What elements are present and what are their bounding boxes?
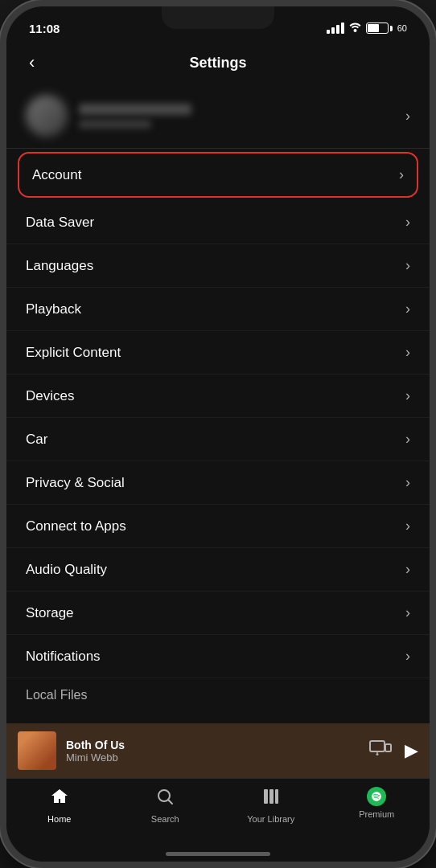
- menu-item-connect-to-apps[interactable]: Connect to Apps›: [6, 505, 430, 548]
- menu-label-notifications: Notifications: [26, 649, 101, 665]
- now-playing-info: Both Of Us Mimi Webb: [66, 739, 369, 764]
- menu-item-car[interactable]: Car›: [6, 418, 430, 461]
- svg-rect-7: [264, 789, 268, 804]
- svg-rect-1: [370, 741, 385, 751]
- page-title: Settings: [189, 55, 246, 72]
- menu-item-data-saver[interactable]: Data Saver›: [6, 201, 430, 244]
- tab-bar: Home Search: [6, 778, 430, 845]
- chevron-icon-data-saver: ›: [405, 214, 410, 231]
- settings-content[interactable]: › Account›Data Saver›Languages›Playback›…: [6, 84, 430, 723]
- battery-icon: [366, 23, 393, 34]
- menu-label-storage: Storage: [26, 605, 74, 621]
- svg-point-0: [353, 29, 356, 32]
- menu-item-devices[interactable]: Devices›: [6, 375, 430, 418]
- svg-rect-9: [275, 789, 278, 804]
- tab-home[interactable]: Home: [6, 787, 113, 824]
- menu-label-explicit-content: Explicit Content: [26, 345, 121, 361]
- profile-row[interactable]: ›: [6, 84, 430, 149]
- profile-subtitle-blurred: [79, 120, 151, 129]
- menu-label-car: Car: [26, 432, 47, 448]
- menu-label-privacy-social: Privacy & Social: [26, 475, 125, 491]
- profile-name-blurred: [79, 104, 191, 115]
- now-playing-controls: ▶: [369, 740, 418, 761]
- home-bar: [166, 852, 270, 856]
- chevron-icon-storage: ›: [405, 604, 410, 621]
- phone-frame: 11:08 60: [0, 0, 436, 868]
- battery-level: 60: [397, 23, 407, 33]
- status-icons: 60: [327, 22, 407, 35]
- play-button[interactable]: ▶: [405, 740, 418, 761]
- menu-item-languages[interactable]: Languages›: [6, 244, 430, 288]
- tab-premium[interactable]: Premium: [324, 787, 430, 819]
- local-files-label: Local Files: [26, 688, 87, 702]
- profile-chevron-icon: ›: [405, 108, 410, 125]
- tab-premium-label: Premium: [359, 809, 394, 819]
- now-playing-artist: Mimi Webb: [66, 751, 369, 764]
- svg-rect-8: [269, 789, 274, 804]
- svg-line-6: [169, 800, 173, 805]
- home-icon: [50, 787, 69, 811]
- menu-item-notifications[interactable]: Notifications›: [6, 635, 430, 678]
- tab-search[interactable]: Search: [113, 787, 219, 824]
- local-files-row[interactable]: Local Files: [6, 678, 430, 712]
- now-playing-art: [18, 731, 56, 770]
- chevron-icon-audio-quality: ›: [405, 561, 410, 578]
- chevron-icon-explicit-content: ›: [405, 344, 410, 361]
- menu-item-storage[interactable]: Storage›: [6, 592, 430, 635]
- tab-library-label: Your Library: [247, 814, 294, 824]
- status-time: 11:08: [29, 22, 60, 35]
- chevron-icon-car: ›: [405, 431, 410, 448]
- chevron-icon-privacy-social: ›: [405, 474, 410, 491]
- wifi-icon: [348, 22, 362, 35]
- menu-list: Account›Data Saver›Languages›Playback›Ex…: [6, 152, 430, 678]
- notch: [162, 6, 274, 29]
- menu-label-languages: Languages: [26, 258, 93, 274]
- chevron-icon-notifications: ›: [405, 648, 410, 665]
- now-playing-bar[interactable]: Both Of Us Mimi Webb ▶: [6, 723, 430, 778]
- menu-label-connect-to-apps: Connect to Apps: [26, 518, 126, 534]
- menu-label-audio-quality: Audio Quality: [26, 562, 107, 578]
- menu-item-audio-quality[interactable]: Audio Quality›: [6, 548, 430, 592]
- library-icon: [261, 787, 281, 811]
- menu-label-playback: Playback: [26, 301, 81, 317]
- back-button[interactable]: ‹: [29, 52, 61, 73]
- chevron-icon-languages: ›: [405, 257, 410, 274]
- spotify-icon: [367, 787, 386, 806]
- phone-inner: 11:08 60: [6, 6, 430, 862]
- signal-bars-icon: [327, 23, 344, 34]
- device-connect-icon[interactable]: [369, 740, 392, 761]
- chevron-icon-devices: ›: [405, 387, 410, 404]
- now-playing-title: Both Of Us: [66, 739, 369, 751]
- svg-rect-2: [385, 744, 391, 751]
- menu-item-privacy-social[interactable]: Privacy & Social›: [6, 461, 430, 505]
- chevron-icon-playback: ›: [405, 301, 410, 317]
- menu-item-explicit-content[interactable]: Explicit Content›: [6, 331, 430, 375]
- profile-info: [79, 104, 405, 129]
- svg-point-3: [376, 753, 379, 755]
- avatar: [26, 95, 68, 137]
- tab-search-label: Search: [151, 814, 179, 824]
- chevron-icon-account: ›: [399, 166, 404, 183]
- home-indicator: [6, 845, 430, 862]
- menu-label-account: Account: [32, 167, 81, 183]
- chevron-icon-connect-to-apps: ›: [405, 518, 410, 534]
- search-icon: [155, 787, 175, 811]
- menu-item-playback[interactable]: Playback›: [6, 288, 430, 331]
- tab-home-label: Home: [47, 814, 71, 824]
- menu-label-devices: Devices: [26, 388, 74, 404]
- nav-bar: ‹ Settings: [6, 42, 430, 84]
- menu-item-account[interactable]: Account›: [18, 152, 418, 198]
- menu-label-data-saver: Data Saver: [26, 215, 94, 231]
- tab-library[interactable]: Your Library: [218, 787, 324, 824]
